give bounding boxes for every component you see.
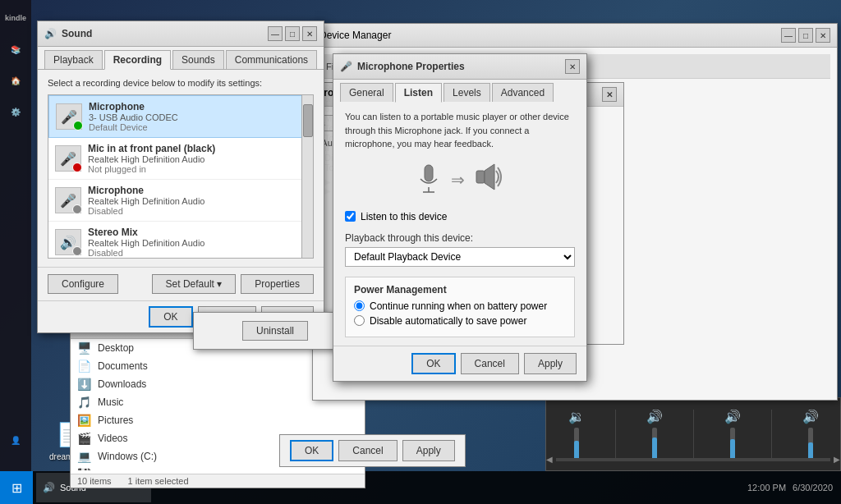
status-dot-disabled-2 <box>72 246 82 256</box>
set-default-button[interactable]: Set Default ▾ <box>152 274 237 294</box>
mic-front-info: Mic in at front panel (black) Realtek Hi… <box>88 143 215 174</box>
dm-maximize-btn[interactable]: □ <box>798 28 813 43</box>
power-management-section: Power Management Continue running when o… <box>345 277 575 337</box>
mic-realtek-icon: 🎤 <box>55 187 81 213</box>
uninstall-button[interactable]: Uninstall <box>242 321 308 341</box>
mic-close-btn[interactable]: ✕ <box>565 59 580 74</box>
mic-cancel-button[interactable]: Cancel <box>461 353 519 374</box>
recording-device-list: 🎤 Microphone 3- USB Audio CODEC Default … <box>48 94 314 259</box>
kindle-icon-1[interactable]: 📚 <box>1 34 30 64</box>
sound-ok-button[interactable]: OK <box>149 306 192 328</box>
fe-item-desktop-label: Desktop <box>98 342 134 354</box>
kindle-icon-3[interactable]: ⚙️ <box>1 97 30 126</box>
am-scroll-right[interactable]: ▶ <box>834 455 840 464</box>
device-status-2: Not plugged in <box>88 164 215 174</box>
fe-item-pictures[interactable]: 🖼️ Pictures <box>71 411 365 429</box>
device-item-microphone-usb[interactable]: 🎤 Microphone 3- USB Audio CODEC Default … <box>48 95 313 138</box>
listen-checkbox[interactable] <box>345 211 356 222</box>
mic-realtek-info: Microphone Realtek High Definition Audio… <box>88 185 205 216</box>
device-list-scrollbar[interactable] <box>301 95 313 258</box>
start-button[interactable]: ⊞ <box>0 471 33 504</box>
fe-item-downloads-label: Downloads <box>98 378 146 390</box>
sound-dialog-controls: — □ ✕ <box>268 26 317 41</box>
mic-front-icon: 🎤 <box>55 145 81 172</box>
scrollbar-thumb[interactable] <box>303 104 313 137</box>
am-scrollbar-track[interactable] <box>556 458 830 461</box>
power-continue-radio[interactable] <box>354 300 365 311</box>
device-item-stereo-mix[interactable]: 🔊 Stereo Mix Realtek High Definition Aud… <box>48 222 313 259</box>
power-radio-continue: Continue running when on battery power <box>354 300 566 312</box>
kindle-icon-2[interactable]: 🏠 <box>1 66 30 95</box>
microphone-usb-icon: 🎤 <box>56 103 82 130</box>
am-speaker-icon-4: 🔊 <box>802 409 819 424</box>
tab-communications[interactable]: Communications <box>226 50 317 69</box>
downloads-icon: ⬇️ <box>77 378 91 391</box>
am-divider-3 <box>771 410 772 459</box>
tab-general[interactable]: General <box>340 83 393 102</box>
svg-rect-3 <box>476 171 485 183</box>
device-status-1: Default Device <box>89 122 178 132</box>
mic-listen-content: You can listen to a portable music playe… <box>333 102 586 346</box>
kindle-top-bar: kindle <box>1 3 30 33</box>
sound-dialog-body: Select a recording device below to modif… <box>38 70 324 267</box>
documents-icon: 📄 <box>77 360 91 373</box>
tab-listen[interactable]: Listen <box>395 83 442 103</box>
properties-button[interactable]: Properties <box>241 274 314 294</box>
device-item-microphone-realtek[interactable]: 🎤 Microphone Realtek High Definition Aud… <box>48 180 313 222</box>
am-divider-1 <box>615 410 616 459</box>
tab-levels[interactable]: Levels <box>443 83 490 102</box>
fe-item-recovery-label: RECOVERY (D:) <box>98 469 172 470</box>
device-sub-3: Realtek High Definition Audio <box>88 196 205 206</box>
sound-minimize-btn[interactable]: — <box>268 26 283 41</box>
stereo-mix-info: Stereo Mix Realtek High Definition Audio… <box>88 227 205 258</box>
mic-apply-button[interactable]: Apply <box>524 353 577 374</box>
tab-advanced[interactable]: Advanced <box>492 83 554 102</box>
am-divider-2 <box>693 410 694 459</box>
status-dot-green <box>73 121 83 131</box>
fe-selected-count: 1 item selected <box>128 476 189 486</box>
dm-minimize-btn[interactable]: — <box>781 28 796 43</box>
microphone-usb-info: Microphone 3- USB Audio CODEC Default De… <box>89 101 178 132</box>
tab-playback[interactable]: Playback <box>44 50 103 69</box>
device-item-mic-front[interactable]: 🎤 Mic in at front panel (black) Realtek … <box>48 138 313 180</box>
power-disable-radio[interactable] <box>354 315 365 326</box>
kindle-icon-4[interactable]: 👤 <box>1 425 30 455</box>
tab-recording[interactable]: Recording <box>104 50 171 70</box>
taskbar-date: 6/30/2020 <box>793 483 833 493</box>
mic-ok-button[interactable]: OK <box>411 353 455 374</box>
bottom-dialog-footer: OK Cancel Apply <box>279 434 466 467</box>
dm-close-btn[interactable]: ✕ <box>816 28 830 43</box>
desktop-folder-icon: 🖥️ <box>77 341 91 355</box>
videos-icon: 🎬 <box>77 432 91 445</box>
sound-maximize-btn[interactable]: □ <box>285 26 300 41</box>
taskbar-time: 12:00 PM <box>747 483 786 493</box>
fe-item-windows-label: Windows (C:) <box>98 451 157 462</box>
mic-dialog-titlebar: 🎤 Microphone Properties ✕ <box>333 54 586 80</box>
am-scroll-left[interactable]: ◀ <box>546 455 553 464</box>
sound-close-btn[interactable]: ✕ <box>302 26 317 41</box>
ap-close-btn[interactable]: ✕ <box>602 87 617 102</box>
fe-item-documents-label: Documents <box>98 360 148 372</box>
am-speaker-icon-3: 🔊 <box>724 409 741 424</box>
bottom-ok-button[interactable]: OK <box>290 440 333 461</box>
status-dot-red <box>72 163 82 172</box>
diagram-speaker-icon <box>475 163 503 197</box>
configure-button[interactable]: Configure <box>48 274 118 294</box>
device-name-1: Microphone <box>89 101 178 112</box>
device-diagram: ⇒ <box>345 161 575 199</box>
mic-dialog-footer: OK Cancel Apply <box>333 346 586 381</box>
sound-dialog-footer: Configure Set Default ▾ Properties <box>38 267 324 300</box>
device-sub-1: 3- USB Audio CODEC <box>89 112 178 122</box>
windows-drive-icon: 💻 <box>77 450 91 463</box>
playback-through-label: Playback through this device: <box>345 232 575 244</box>
power-continue-label: Continue running when on battery power <box>370 300 547 312</box>
tab-sounds[interactable]: Sounds <box>172 50 224 69</box>
bottom-apply-button[interactable]: Apply <box>402 440 455 461</box>
am-speaker-icon-1: 🔉 <box>568 409 585 424</box>
bottom-cancel-button[interactable]: Cancel <box>338 440 397 461</box>
playback-device-select[interactable]: Default Playback Device Speakers Headpho… <box>345 247 575 267</box>
fe-items-count: 10 items <box>77 476 112 486</box>
taskbar-tray: 12:00 PM 6/30/2020 <box>747 483 841 493</box>
listen-description: You can listen to a portable music playe… <box>345 110 575 151</box>
audio-mixer-channels: 🔉 🔊 🔊 🔊 ◀ ▶ <box>546 398 840 470</box>
